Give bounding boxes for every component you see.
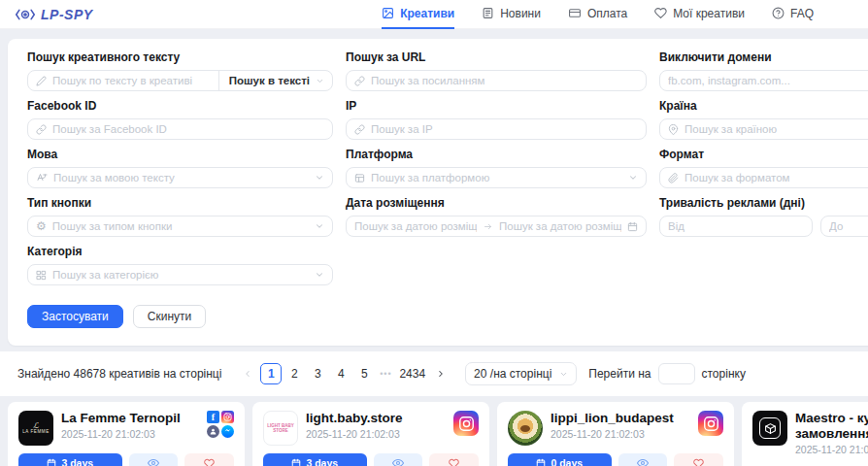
nav-item-creatives[interactable]: Креативи bbox=[382, 0, 454, 29]
duration-to-input[interactable] bbox=[829, 220, 868, 232]
platform-control bbox=[346, 167, 647, 188]
date-to-input[interactable] bbox=[499, 220, 621, 232]
language-select[interactable] bbox=[53, 172, 309, 183]
duration-to-control bbox=[820, 216, 868, 237]
platform-select[interactable] bbox=[371, 172, 622, 183]
image-icon bbox=[382, 7, 394, 19]
apply-button[interactable]: Застосувати bbox=[27, 305, 123, 328]
exclude-domains-control bbox=[659, 70, 868, 91]
creative-text-input[interactable] bbox=[52, 75, 213, 86]
button-type-select[interactable] bbox=[52, 220, 309, 232]
page-button-5[interactable]: 5 bbox=[353, 363, 375, 384]
view-button[interactable] bbox=[129, 453, 179, 466]
page-button-3[interactable]: 3 bbox=[307, 363, 328, 384]
days-button[interactable]: 3 days bbox=[18, 453, 122, 466]
page-button-last[interactable]: 2434 bbox=[396, 363, 428, 384]
page-size-select[interactable]: 20 /на сторінці bbox=[465, 362, 577, 385]
nav-label: Мої креативи bbox=[673, 7, 745, 20]
field-platform: Платформа bbox=[346, 148, 647, 196]
prev-page-button[interactable] bbox=[237, 363, 258, 384]
nav-item-news[interactable]: Новини bbox=[482, 0, 541, 29]
pagination-ellipsis[interactable]: ••• bbox=[377, 369, 394, 379]
cube-logo-icon bbox=[759, 417, 781, 439]
card-date: 2025-11-20 21:02:03 bbox=[551, 428, 690, 440]
reset-button[interactable]: Скинути bbox=[133, 305, 206, 328]
avatar[interactable]: LIGHT BABY STORE bbox=[263, 411, 298, 446]
link-icon bbox=[354, 76, 365, 86]
avatar-text: LA FEMME bbox=[22, 429, 50, 434]
facebook-id-input[interactable] bbox=[52, 123, 324, 135]
view-button[interactable] bbox=[374, 453, 423, 466]
page-button-2[interactable]: 2 bbox=[284, 363, 305, 384]
card-title[interactable]: light.baby.store bbox=[306, 411, 446, 426]
nav-item-faq[interactable]: FAQ bbox=[772, 0, 814, 29]
field-label: Тип кнопки bbox=[27, 196, 333, 210]
heart-icon bbox=[204, 458, 215, 466]
avatar[interactable] bbox=[752, 411, 787, 446]
instagram-icon bbox=[698, 411, 723, 436]
field-label: Тривалість реклами (дні) bbox=[659, 196, 868, 210]
field-country: Країна bbox=[659, 99, 868, 148]
gear-icon: ⚙ bbox=[36, 220, 47, 232]
eye-icon bbox=[148, 457, 159, 466]
view-button[interactable] bbox=[618, 453, 668, 466]
calendar-icon bbox=[536, 458, 546, 466]
card-title[interactable]: La Femme Ternopil bbox=[61, 411, 199, 426]
chevron-down-icon bbox=[316, 77, 324, 85]
goto-page-input[interactable] bbox=[658, 363, 695, 384]
favorite-button[interactable] bbox=[184, 453, 234, 466]
field-facebook-id: Facebook ID bbox=[27, 99, 333, 148]
favorite-button[interactable] bbox=[429, 453, 479, 466]
creative-card: lippi_lion_budapest 2025-11-20 21:02:03 … bbox=[497, 402, 734, 466]
facebook-id-control bbox=[27, 118, 333, 140]
field-exclude-domains: Виключити домени bbox=[659, 50, 868, 99]
card-title[interactable]: lippi_lion_budapest bbox=[551, 411, 690, 426]
page-button-1[interactable]: 1 bbox=[260, 363, 282, 384]
results-summary: Знайдено 48678 креативів на сторінці bbox=[17, 367, 221, 381]
field-label: Facebook ID bbox=[27, 99, 333, 113]
duration-from-control bbox=[659, 216, 813, 237]
credit-card-icon bbox=[568, 7, 582, 19]
calendar-icon bbox=[627, 221, 638, 232]
duration-from-input[interactable] bbox=[668, 220, 804, 232]
card-date: 2025-11-20 21:02:03 bbox=[795, 444, 868, 455]
language-control bbox=[27, 167, 333, 188]
field-format: Формат bbox=[659, 148, 868, 196]
page-button-4[interactable]: 4 bbox=[330, 363, 351, 384]
exclude-domains-input[interactable] bbox=[668, 75, 868, 86]
nav-label: Креативи bbox=[400, 7, 454, 20]
creative-text-control: Пошук в тексті bbox=[27, 70, 333, 91]
field-label: Виключити домени bbox=[659, 50, 868, 64]
favorite-button[interactable] bbox=[674, 453, 723, 466]
nav-item-my-creatives[interactable]: Мої креативи bbox=[654, 0, 745, 29]
brand-logo[interactable]: LP-SPY bbox=[16, 7, 93, 22]
messenger-icon bbox=[221, 425, 234, 438]
avatar[interactable]: ℒ LA FEMME bbox=[18, 411, 53, 446]
avatar[interactable] bbox=[508, 411, 543, 446]
format-select[interactable] bbox=[684, 172, 868, 183]
translate-icon bbox=[36, 172, 48, 183]
field-label: Пошук за URL bbox=[346, 50, 647, 64]
days-label: 0 days bbox=[551, 457, 583, 466]
goto-suffix: сторінку bbox=[702, 367, 746, 381]
text-search-mode-select[interactable]: Пошук в тексті bbox=[218, 71, 332, 90]
days-button[interactable]: 0 days bbox=[508, 453, 612, 466]
date-from-input[interactable] bbox=[354, 220, 477, 232]
field-label: Категорія bbox=[27, 245, 333, 258]
eye-icon bbox=[392, 457, 404, 466]
country-control bbox=[659, 118, 868, 140]
url-input[interactable] bbox=[371, 75, 638, 86]
avatar-text: LIGHT BABY STORE bbox=[264, 423, 297, 433]
ip-input[interactable] bbox=[371, 123, 638, 135]
days-button[interactable]: 3 days bbox=[263, 453, 367, 466]
category-select[interactable] bbox=[52, 269, 309, 281]
link-icon bbox=[36, 124, 47, 135]
field-category: Категорія bbox=[27, 245, 333, 293]
facebook-icon: f bbox=[207, 411, 219, 423]
next-page-button[interactable] bbox=[430, 363, 451, 384]
card-title[interactable]: Maestro - кухні, меблі на замовлення в У… bbox=[795, 411, 868, 442]
help-icon bbox=[772, 7, 785, 19]
country-select[interactable] bbox=[684, 123, 868, 135]
nav-item-payment[interactable]: Оплата bbox=[568, 0, 627, 29]
calendar-icon bbox=[291, 458, 301, 466]
